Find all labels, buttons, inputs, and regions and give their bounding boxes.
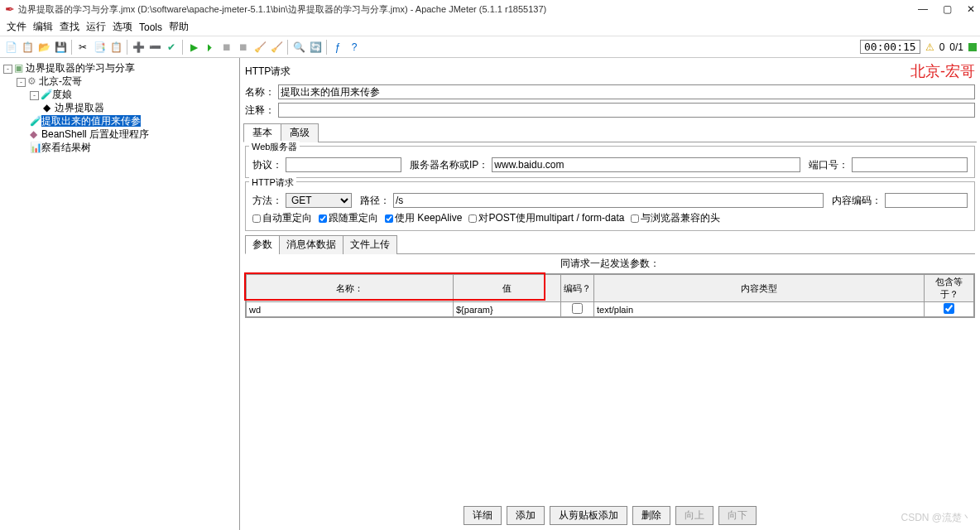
- cb-browser[interactable]: 与浏览器兼容的头: [631, 211, 720, 225]
- comment-input[interactable]: [278, 103, 975, 118]
- ptab-params[interactable]: 参数: [245, 235, 280, 254]
- title-bar: ✒ 边界提取器的学习与分享.jmx (D:\software\apache-jm…: [0, 0, 980, 18]
- watermark-text: 北京-宏哥: [910, 61, 975, 81]
- csdn-watermark: CSDN @流楚丶: [901, 511, 972, 525]
- app-icon: ✒: [5, 2, 15, 16]
- btn-clipboard[interactable]: 从剪贴板添加: [550, 506, 627, 525]
- cb-keepalive[interactable]: 使用 KeepAlive: [385, 211, 462, 225]
- btn-up: 向上: [675, 506, 713, 525]
- tree-results-tree[interactable]: 📊察看结果树: [2, 141, 238, 154]
- cell-name[interactable]: wd: [247, 302, 454, 317]
- protocol-input[interactable]: [286, 157, 401, 172]
- warning-icon[interactable]: ⚠: [925, 41, 934, 53]
- reset-search-icon[interactable]: 🔄: [308, 40, 323, 55]
- tree-beanshell[interactable]: ◆BeanShell 后置处理程序: [2, 128, 238, 141]
- clear-icon[interactable]: 🧹: [252, 40, 267, 55]
- copy-icon[interactable]: 📑: [92, 40, 107, 55]
- clear-all-icon[interactable]: 🧹: [269, 40, 284, 55]
- tree-sampler-param[interactable]: 🧪提取出来的值用来传参: [2, 114, 238, 128]
- encoding-input[interactable]: [885, 193, 968, 208]
- menu-file[interactable]: 文件: [5, 20, 28, 34]
- path-label: 路径：: [360, 194, 390, 208]
- paste-icon[interactable]: 📋: [108, 40, 123, 55]
- path-input[interactable]: [393, 193, 824, 208]
- cb-followredirect[interactable]: 跟随重定向: [319, 211, 378, 225]
- encoding-label: 内容编码：: [832, 194, 882, 208]
- tree-root[interactable]: -▣边界提取器的学习与分享: [2, 61, 238, 75]
- protocol-label: 协议：: [252, 158, 282, 172]
- expand-icon[interactable]: ➕: [131, 40, 146, 55]
- th-encode[interactable]: 编码？: [561, 275, 594, 302]
- collapse-icon[interactable]: ➖: [147, 40, 162, 55]
- menu-run[interactable]: 运行: [84, 20, 108, 34]
- cb-multipart[interactable]: 对POST使用multipart / form-data: [468, 211, 624, 225]
- tree-boundary-extractor[interactable]: ◆边界提取器: [2, 101, 238, 114]
- th-include[interactable]: 包含等于？: [925, 275, 974, 302]
- shutdown-icon[interactable]: ⏹: [236, 40, 251, 55]
- cell-encode[interactable]: [561, 302, 594, 317]
- servername-input[interactable]: [492, 157, 800, 172]
- cell-ctype[interactable]: text/plain: [594, 302, 925, 317]
- menu-edit[interactable]: 编辑: [31, 20, 55, 34]
- servername-label: 服务器名称或IP：: [410, 158, 488, 172]
- port-label: 端口号：: [809, 158, 848, 172]
- search-icon[interactable]: 🔍: [291, 40, 306, 55]
- function-icon[interactable]: ƒ: [330, 40, 345, 55]
- params-table[interactable]: 名称： 值 编码？ 内容类型 包含等于？ wd ${param} text/pl…: [245, 273, 975, 318]
- port-input[interactable]: [852, 157, 968, 172]
- toggle-icon[interactable]: ✔: [164, 40, 179, 55]
- param-row[interactable]: wd ${param} text/plain: [247, 302, 974, 317]
- btn-add[interactable]: 添加: [507, 506, 545, 525]
- tree-threadgroup[interactable]: -⚙北京-宏哥: [2, 75, 238, 88]
- th-ctype[interactable]: 内容类型: [594, 275, 925, 302]
- name-label: 名称：: [245, 85, 275, 99]
- ptab-body[interactable]: 消息体数据: [279, 235, 343, 254]
- template-icon[interactable]: 📋: [20, 40, 35, 55]
- panel-title: HTTP请求: [245, 65, 291, 79]
- comment-label: 注释：: [245, 104, 275, 118]
- warning-count: 0: [939, 41, 945, 53]
- cell-value[interactable]: ${param}: [454, 302, 561, 317]
- test-plan-tree[interactable]: -▣边界提取器的学习与分享 -⚙北京-宏哥 -🧪度娘 ◆边界提取器 🧪提取出来的…: [0, 58, 240, 530]
- close-button[interactable]: ✕: [967, 3, 975, 15]
- menu-tools[interactable]: Tools: [137, 22, 164, 33]
- toolbar: 📄 📋 📂 💾 ✂ 📑 📋 ➕ ➖ ✔ ▶ ⏵ ⏹ ⏹ 🧹 🧹 🔍 🔄 ƒ ? …: [0, 36, 980, 58]
- start-icon[interactable]: ▶: [186, 40, 201, 55]
- maximize-button[interactable]: ▢: [943, 3, 952, 15]
- btn-delete[interactable]: 删除: [632, 506, 670, 525]
- thread-count: 0/1: [949, 41, 963, 53]
- method-select[interactable]: GET: [286, 193, 352, 208]
- menu-options[interactable]: 选项: [111, 20, 134, 34]
- menu-bar: 文件 编辑 查找 运行 选项 Tools 帮助: [0, 18, 980, 36]
- cb-autoredirect[interactable]: 自动重定向: [252, 211, 312, 225]
- window-title: 边界提取器的学习与分享.jmx (D:\software\apache-jmet…: [18, 3, 546, 16]
- new-icon[interactable]: 📄: [3, 40, 18, 55]
- thread-status-icon: [968, 43, 977, 51]
- cut-icon[interactable]: ✂: [75, 40, 90, 55]
- save-icon[interactable]: 💾: [53, 40, 68, 55]
- webserver-fieldset: Web服务器 协议： 服务器名称或IP： 端口号：: [245, 146, 975, 178]
- name-input[interactable]: [278, 84, 975, 99]
- param-buttons: 详细 添加 从剪贴板添加 删除 向上 向下: [242, 503, 978, 528]
- elapsed-timer: 00:00:15: [860, 40, 920, 54]
- ptab-files[interactable]: 文件上传: [343, 235, 397, 254]
- menu-find[interactable]: 查找: [58, 20, 81, 34]
- method-label: 方法：: [252, 194, 282, 208]
- tab-advanced[interactable]: 高级: [281, 123, 319, 142]
- btn-down: 向下: [718, 506, 757, 525]
- minimize-button[interactable]: —: [918, 3, 928, 15]
- params-label: 同请求一起发送参数：: [242, 254, 978, 273]
- btn-detail[interactable]: 详细: [464, 506, 502, 525]
- start-noTimers-icon[interactable]: ⏵: [203, 40, 218, 55]
- tab-basic[interactable]: 基本: [243, 123, 281, 142]
- cell-include[interactable]: [925, 302, 974, 317]
- open-icon[interactable]: 📂: [36, 40, 51, 55]
- stop-icon[interactable]: ⏹: [219, 40, 234, 55]
- httprequest-fieldset: HTTP请求 方法： GET 路径： 内容编码： 自动重定向 跟随重定向 使用 …: [245, 181, 975, 231]
- help-icon[interactable]: ?: [347, 40, 362, 55]
- th-value[interactable]: 值: [454, 275, 561, 302]
- th-name[interactable]: 名称：: [247, 275, 454, 302]
- editor-panel: HTTP请求 北京-宏哥 名称： 注释： 基本 高级 Web服务器 协议： 服务…: [240, 58, 980, 530]
- menu-help[interactable]: 帮助: [167, 20, 190, 34]
- tree-sampler-baidu[interactable]: -🧪度娘: [2, 88, 238, 101]
